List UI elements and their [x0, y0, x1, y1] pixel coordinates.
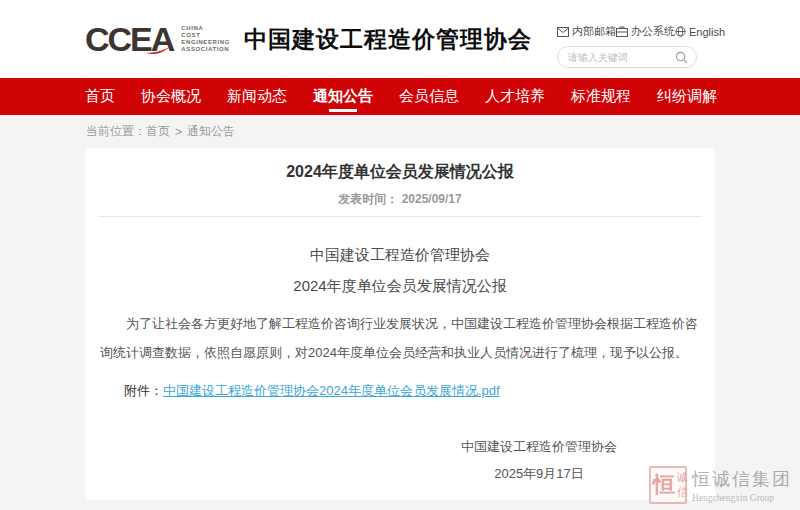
- site-logo[interactable]: CCEA CHINA COST ENGINEERING ASSOCIATION …: [85, 22, 532, 56]
- attachment-label: 附件：: [124, 383, 163, 398]
- nav-item-standards[interactable]: 标准规程: [571, 78, 631, 115]
- nav-item-notices[interactable]: 通知公告: [313, 78, 373, 115]
- watermark-name-en: Hengchengxin Group: [692, 493, 792, 503]
- logo-subtext: CHINA COST ENGINEERING ASSOCIATION: [181, 25, 230, 53]
- office-system-link[interactable]: 办公系统: [616, 24, 675, 39]
- search-icon: [675, 52, 688, 67]
- logo-swoosh-icon: [143, 35, 183, 57]
- english-link[interactable]: English: [675, 26, 725, 38]
- signature-block: 中国建设工程造价管理协会 2025年9月17日: [424, 438, 654, 483]
- publish-date-line: 发表时间： 2025/09/17: [98, 191, 702, 207]
- utility-links: 内部邮箱 办公系统 English: [557, 24, 697, 39]
- logo-acronym: CCEA: [85, 22, 173, 56]
- hengchengxin-watermark: 恒 诚 信 恒诚信集团 Hengchengxin Group: [649, 466, 792, 504]
- mail-icon: [557, 27, 569, 37]
- publish-date-value: 2025/09/17: [402, 192, 462, 206]
- document-title: 2024年度单位会员发展情况公报: [98, 276, 702, 296]
- article-card: 2024年度单位会员发展情况公报 发表时间： 2025/09/17 中国建设工程…: [85, 148, 715, 500]
- watermark-text: 恒诚信集团 Hengchengxin Group: [692, 467, 792, 503]
- search-button[interactable]: [675, 51, 688, 64]
- breadcrumb-prefix: 当前位置：: [86, 123, 146, 140]
- signature-date: 2025年9月17日: [424, 465, 654, 483]
- search-box: [557, 46, 697, 68]
- site-header: CCEA CHINA COST ENGINEERING ASSOCIATION …: [0, 0, 800, 78]
- title-divider: [98, 216, 702, 217]
- internal-mail-link[interactable]: 内部邮箱: [557, 24, 616, 39]
- attachment-pdf-link[interactable]: 中国建设工程造价管理协会2024年度单位会员发展情况.pdf: [163, 383, 500, 398]
- nav-item-mediation[interactable]: 纠纷调解: [657, 78, 717, 115]
- article-title: 2024年度单位会员发展情况公报: [98, 161, 702, 182]
- breadcrumb-current-link[interactable]: 通知公告: [187, 123, 235, 140]
- nav-item-news[interactable]: 新闻动态: [227, 78, 287, 115]
- nav-item-about[interactable]: 协会概况: [141, 78, 201, 115]
- main-nav: 首页 协会概况 新闻动态 通知公告 会员信息 人才培养 标准规程 纠纷调解: [0, 78, 800, 115]
- breadcrumb-separator: >: [175, 125, 182, 139]
- watermark-name-cn: 恒诚信集团: [692, 467, 792, 491]
- header-utilities: 内部邮箱 办公系统 English: [557, 24, 697, 68]
- breadcrumb-home-link[interactable]: 首页: [146, 123, 170, 140]
- publish-date-label: 发表时间：: [338, 192, 398, 206]
- signature-organization: 中国建设工程造价管理协会: [424, 438, 654, 456]
- nav-item-members[interactable]: 会员信息: [399, 78, 459, 115]
- nav-item-home[interactable]: 首页: [85, 78, 115, 115]
- article-paragraph: 为了让社会各方更好地了解工程造价咨询行业发展状况，中国建设工程造价管理协会根据工…: [98, 309, 702, 367]
- breadcrumb: 当前位置： 首页 > 通知公告: [0, 115, 800, 148]
- nav-item-training[interactable]: 人才培养: [485, 78, 545, 115]
- globe-icon: [675, 26, 686, 37]
- hengchengxin-logo-icon: 恒 诚 信: [649, 466, 687, 504]
- document-organization: 中国建设工程造价管理协会: [98, 245, 702, 265]
- search-input[interactable]: [568, 52, 675, 63]
- site-title: 中国建设工程造价管理协会: [244, 24, 532, 55]
- attachment-line: 附件：中国建设工程造价管理协会2024年度单位会员发展情况.pdf: [98, 382, 702, 400]
- office-icon: [616, 26, 628, 37]
